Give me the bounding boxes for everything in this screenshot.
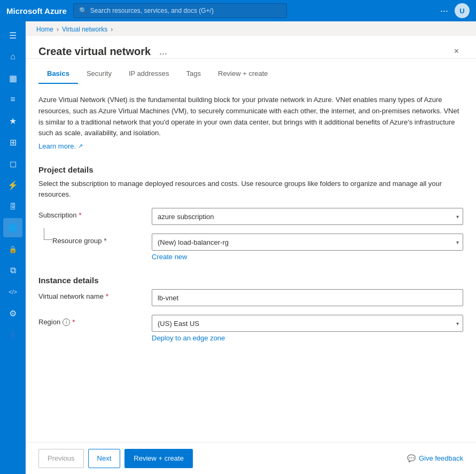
give-feedback-link[interactable]: 💬 Give feedback: [407, 454, 463, 462]
panel-menu-dots-button[interactable]: ...: [156, 45, 170, 58]
sidebar-user-icon[interactable]: 👤: [3, 325, 22, 344]
tab-tags[interactable]: Tags: [178, 65, 209, 84]
project-details-section: Project details Select the subscription …: [38, 165, 463, 261]
vnet-name-control: [152, 289, 463, 306]
panel-header: Create virtual network ... ×: [26, 36, 476, 59]
sidebar-home-icon[interactable]: ⌂: [3, 47, 22, 66]
sidebar: ☰ ⌂ ▦ ≡ ★ ⊞ ◻ ⚡ 🗄 🌐 🔒 ⧉ </> ⚙ 👤: [0, 21, 26, 474]
resource-group-required: *: [104, 237, 107, 245]
breadcrumb-sep-1: ›: [57, 26, 59, 33]
resource-group-select-wrapper: (New) load-balancer-rg ▾: [152, 234, 463, 251]
panel-title: Create virtual network: [38, 45, 151, 58]
sidebar-network-icon[interactable]: 🌐: [3, 218, 22, 237]
region-info-icon[interactable]: i: [63, 318, 70, 326]
region-control: (US) East US ▾ Deploy to an edge zone: [152, 315, 463, 342]
resource-group-select[interactable]: (New) load-balancer-rg: [152, 234, 463, 251]
tab-security[interactable]: Security: [78, 65, 120, 84]
subscription-label: Subscription *: [38, 208, 145, 219]
user-avatar[interactable]: U: [455, 3, 470, 18]
search-placeholder: Search resources, services, and docs (G+…: [90, 7, 214, 14]
tab-ip-addresses[interactable]: IP addresses: [120, 65, 178, 84]
breadcrumb-home[interactable]: Home: [36, 26, 53, 33]
tree-connector: [44, 228, 52, 240]
region-select[interactable]: (US) East US: [152, 315, 463, 332]
sidebar-lock-icon[interactable]: 🔒: [3, 239, 22, 259]
region-row: Region i * (US) East US ▾ Deploy t: [38, 315, 463, 342]
region-select-wrapper: (US) East US ▾: [152, 315, 463, 332]
sidebar-favorites-icon[interactable]: ★: [3, 111, 22, 130]
panel-title-row: Create virtual network ...: [38, 45, 170, 58]
project-details-title: Project details: [38, 165, 463, 174]
subscription-control: azure subscription ▾: [152, 208, 463, 225]
region-label: Region i *: [38, 315, 145, 326]
sidebar-dashboard-icon[interactable]: ▦: [3, 68, 22, 88]
external-link-icon: ↗: [78, 143, 83, 150]
instance-details-section: Instance details Virtual network name *: [38, 276, 463, 342]
deploy-edge-zone-link[interactable]: Deploy to an edge zone: [152, 334, 225, 342]
sidebar-settings-icon[interactable]: ⚙: [3, 304, 22, 323]
vnet-description: Azure Virtual Network (VNet) is the fund…: [38, 95, 463, 139]
tabs: Basics Security IP addresses Tags Review…: [26, 65, 476, 84]
panel-body: Azure Virtual Network (VNet) is the fund…: [26, 84, 476, 442]
sidebar-code-icon[interactable]: </>: [3, 282, 22, 301]
bottom-bar: Previous Next Review + create 💬 Give fee…: [26, 442, 476, 474]
subscription-row: Subscription * azure subscription ▾: [38, 208, 463, 225]
tree-line-wrapper: Resource group *: [38, 234, 145, 245]
previous-button[interactable]: Previous: [38, 449, 84, 468]
subscription-required: *: [79, 211, 82, 219]
vnet-name-label: Virtual network name *: [38, 289, 145, 300]
tab-review-create[interactable]: Review + create: [209, 65, 277, 84]
breadcrumb-virtual-networks[interactable]: Virtual networks: [62, 26, 107, 33]
create-new-resource-group-link[interactable]: Create new: [152, 253, 187, 261]
topbar-more-button[interactable]: ···: [440, 5, 448, 17]
tab-basics[interactable]: Basics: [38, 65, 78, 84]
panel-close-button[interactable]: ×: [450, 44, 463, 58]
sidebar-menu-icon[interactable]: ☰: [3, 26, 22, 45]
topbar-right: ··· U: [440, 3, 470, 18]
sidebar-database-icon[interactable]: 🗄: [3, 197, 22, 216]
search-bar[interactable]: 🔍 Search resources, services, and docs (…: [73, 3, 287, 18]
topbar: Microsoft Azure 🔍 Search resources, serv…: [0, 0, 476, 21]
review-create-button[interactable]: Review + create: [124, 449, 193, 468]
sidebar-apps-icon[interactable]: ⊞: [3, 133, 22, 152]
breadcrumb-sep-2: ›: [111, 26, 113, 33]
vnet-name-required: *: [106, 292, 108, 300]
breadcrumb: Home › Virtual networks ›: [26, 21, 476, 35]
sidebar-layers-icon[interactable]: ⧉: [3, 261, 22, 280]
learn-more-link[interactable]: Learn more. ↗: [38, 142, 83, 150]
subscription-select[interactable]: azure subscription: [152, 208, 463, 225]
project-details-desc: Select the subscription to manage deploy…: [38, 178, 463, 199]
main-area: Home › Virtual networks › Create virtual…: [26, 21, 476, 474]
next-button[interactable]: Next: [88, 449, 121, 468]
resource-group-label: Resource group *: [52, 234, 107, 245]
sidebar-activity-icon[interactable]: ≡: [3, 90, 22, 109]
vnet-name-row: Virtual network name *: [38, 289, 463, 306]
sidebar-monitor-icon[interactable]: ◻: [3, 154, 22, 173]
azure-logo: Microsoft Azure: [6, 6, 67, 15]
feedback-icon: 💬: [407, 454, 416, 462]
resource-group-row: Resource group * (New) load-balancer-rg …: [38, 234, 463, 261]
region-required: *: [72, 318, 75, 326]
instance-details-title: Instance details: [38, 276, 463, 285]
search-icon: 🔍: [79, 7, 87, 14]
subscription-select-wrapper: azure subscription ▾: [152, 208, 463, 225]
sidebar-lightning-icon[interactable]: ⚡: [3, 175, 22, 195]
vnet-name-input[interactable]: [152, 289, 463, 306]
resource-group-control: (New) load-balancer-rg ▾ Create new: [152, 234, 463, 261]
create-vnet-panel: Create virtual network ... × Basics Secu…: [26, 35, 476, 474]
